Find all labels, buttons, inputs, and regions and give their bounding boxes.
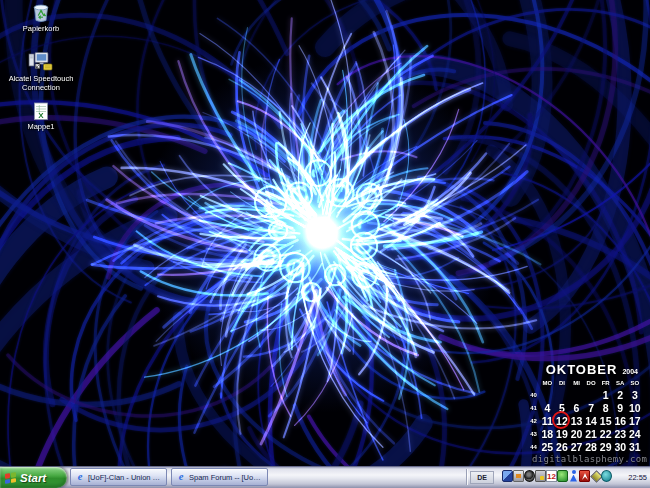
calendar-year: 2004: [622, 368, 638, 375]
week-number: 44: [530, 444, 537, 450]
calendar-day: 1: [603, 389, 609, 401]
calendar-day: 10: [629, 402, 641, 414]
calendar-day-headers: MO DI MI DO FR SA SO: [524, 378, 650, 388]
taskbar-window-spam-forum[interactable]: Spam Forum -- [UoF]-...: [171, 468, 268, 486]
internet-explorer-icon: [75, 472, 85, 482]
calendar-day: 21: [585, 428, 597, 440]
desktop-icon-papierkorb[interactable]: Papierkorb: [11, 1, 71, 34]
system-green-tray-icon[interactable]: [557, 470, 568, 482]
messenger-diamond-tray-icon[interactable]: [590, 470, 601, 482]
calendar-day: 26: [556, 441, 568, 453]
calendar-day: 22: [600, 428, 612, 440]
calendar-day: 30: [614, 441, 626, 453]
calendar-day: 23: [614, 428, 626, 440]
svg-text:X: X: [38, 111, 44, 120]
window-title: [UoF]-Clan - Union of...: [88, 473, 162, 482]
calendar-title: OKTOBER 2004: [524, 362, 650, 376]
messenger-contact-tray-icon[interactable]: [568, 470, 579, 482]
display-settings-tray-icon[interactable]: [513, 470, 524, 482]
wallpaper-credit: digitalblasphemy.com: [532, 454, 647, 464]
calendar-day: 8: [603, 402, 609, 414]
calendar-day: 14: [585, 415, 597, 427]
calendar-day: 9: [617, 402, 623, 414]
day-header: DO: [587, 380, 596, 386]
clock-ring-tray-icon[interactable]: [524, 470, 535, 482]
calendar-day: 2: [617, 389, 623, 401]
calendar-day: 24: [629, 428, 641, 440]
day-header: SO: [631, 380, 640, 386]
dialup-connection-icon: [28, 51, 54, 73]
icon-label: Papierkorb: [11, 25, 71, 34]
windows-flag-icon: [5, 472, 16, 484]
calendar-day: 15: [600, 415, 612, 427]
tray-separator: [466, 469, 467, 485]
week-number: 42: [530, 418, 537, 424]
phone-connection-tray-icon[interactable]: [601, 470, 612, 482]
current-day-ring: [552, 411, 570, 429]
calendar-day: 7: [588, 402, 594, 414]
week-number: 41: [530, 405, 537, 411]
window-title: Spam Forum -- [UoF]-...: [189, 473, 263, 482]
calendar-day: 31: [629, 441, 641, 453]
desktop-icon-mappe1[interactable]: X Mappe1: [11, 102, 71, 132]
week-number: 40: [530, 392, 537, 398]
tray-clock[interactable]: 22:55: [628, 466, 647, 488]
day-header: DI: [559, 380, 565, 386]
calendar-day: 20: [571, 428, 583, 440]
calendar-grid: 40 1 2 3 41 4 5 6 7 8 9 10 42 11 12 13 1…: [524, 388, 650, 454]
scheduler-tray-icon[interactable]: [535, 470, 546, 482]
calendar-day: 13: [571, 415, 583, 427]
icon-label: Connection: [3, 84, 79, 93]
calendar-day: 3: [632, 389, 638, 401]
taskbar-window-uof-clan[interactable]: [UoF]-Clan - Union of...: [70, 468, 167, 486]
start-label: Start: [20, 472, 46, 484]
calendar-day: 16: [614, 415, 626, 427]
recycle-bin-icon: [31, 1, 51, 23]
calendar-widget: OKTOBER 2004 MO DI MI DO FR SA SO 40 1 2…: [524, 362, 650, 454]
day-header: MO: [542, 380, 552, 386]
antivirus-tray-icon[interactable]: [579, 470, 590, 482]
calendar-day: 28: [585, 441, 597, 453]
calendar-day: 17: [629, 415, 641, 427]
system-tray: 12: [502, 470, 612, 483]
calendar-month: OKTOBER: [546, 362, 618, 377]
day-header: MI: [573, 380, 580, 386]
excel-workbook-icon: X: [32, 102, 50, 121]
calendar-day: 25: [541, 441, 553, 453]
taskbar: Start [UoF]-Clan - Union of... Spam Foru…: [0, 466, 650, 488]
app-window-tray-icon[interactable]: [502, 470, 513, 482]
day-header: FR: [602, 380, 610, 386]
calendar-day: 4: [544, 402, 550, 414]
calendar-day: 18: [541, 428, 553, 440]
calendar-day: 6: [574, 402, 580, 414]
language-indicator[interactable]: DE: [470, 471, 494, 484]
start-button[interactable]: Start: [0, 467, 67, 488]
calendar-day: 19: [556, 428, 568, 440]
day-header: SA: [616, 380, 624, 386]
icon-label: Mappe1: [11, 123, 71, 132]
desktop-icon-alcatel-speedtouch[interactable]: Alcatel Speedtouch Connection: [3, 51, 79, 92]
calendar-day: 29: [600, 441, 612, 453]
internet-explorer-icon: [176, 472, 186, 482]
calendar-day: 27: [571, 441, 583, 453]
calendar-tray-icon[interactable]: 12: [546, 470, 557, 482]
week-number: 43: [530, 431, 537, 437]
